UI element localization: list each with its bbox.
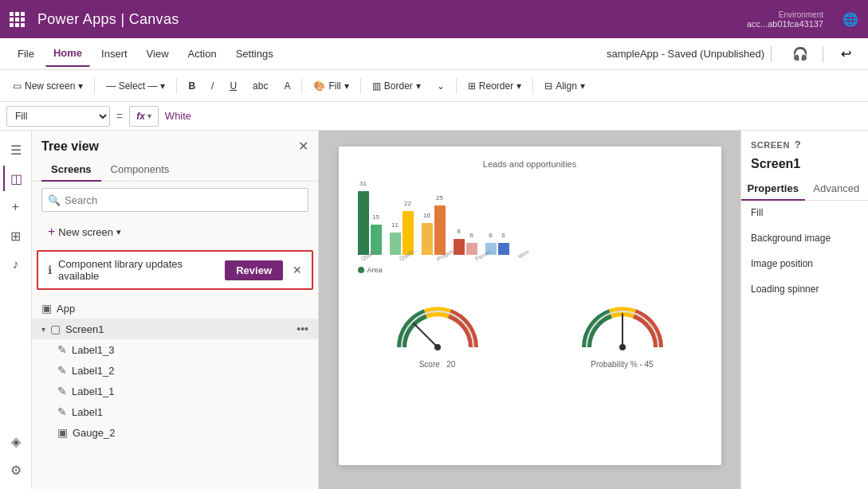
- property-selector[interactable]: Fill: [6, 106, 110, 127]
- italic-button[interactable]: /: [205, 75, 220, 97]
- gauge-score-svg: [390, 299, 485, 355]
- prop-loading-spinner[interactable]: Loading spinner: [751, 284, 858, 295]
- tree-item-label1-1[interactable]: ✎ Label1_1: [32, 381, 318, 401]
- menu-right-icons: 🎧 ↩: [787, 41, 858, 67]
- notification-close-button[interactable]: ✕: [293, 264, 302, 276]
- canvas-area[interactable]: Leads and opportunities 31 15 11: [319, 131, 740, 489]
- menu-settings[interactable]: Settings: [228, 41, 281, 67]
- tab-properties[interactable]: Properties: [741, 178, 805, 201]
- tools-icon[interactable]: ⚙: [3, 457, 29, 483]
- info-icon: ℹ: [48, 264, 52, 276]
- tree-search-area: 🔍: [32, 182, 318, 218]
- bar-chart-axis: Qualifi... Qualifi... Propos... Percev..…: [352, 256, 709, 265]
- waffle-icon[interactable]: [10, 12, 25, 27]
- canvas-screen[interactable]: Leads and opportunities 31 15 11: [339, 147, 721, 465]
- menu-home[interactable]: Home: [45, 41, 90, 67]
- reorder-button[interactable]: ⊞ Reorder ▾: [461, 75, 528, 97]
- chart-title: Leads and opportunities: [352, 159, 709, 169]
- canvas-content[interactable]: Leads and opportunities 31 15 11: [319, 131, 740, 489]
- style-select[interactable]: — Select — ▾: [100, 75, 171, 97]
- tree-panel-title: Tree view: [41, 139, 99, 154]
- hamburger-icon[interactable]: ☰: [3, 137, 29, 162]
- tab-advanced[interactable]: Advanced: [805, 178, 869, 201]
- screen-icon: ▭: [13, 80, 22, 92]
- fx-button[interactable]: fx ▾: [129, 106, 159, 127]
- font-color-button[interactable]: A: [277, 75, 297, 97]
- gauge-probability-svg: [575, 299, 670, 355]
- globe-icon[interactable]: 🌐: [842, 12, 858, 27]
- tab-components[interactable]: Components: [101, 158, 179, 182]
- fill-icon: 🎨: [313, 80, 325, 92]
- help-icon[interactable]: ?: [795, 139, 801, 151]
- chevron-down-icon: ▾: [41, 325, 45, 334]
- tree-panel: Tree view ✕ Screens Components 🔍 + New s…: [32, 131, 319, 489]
- media-icon[interactable]: ♪: [3, 252, 29, 277]
- environment-info: Environment acc...ab01fca43137: [747, 10, 823, 29]
- svg-line-0: [414, 323, 438, 347]
- app-title: sampleApp - Saved (Unpublished): [607, 48, 764, 60]
- search-input[interactable]: [41, 188, 308, 212]
- tree-item-gauge2[interactable]: ▣ Gauge_2: [32, 422, 318, 443]
- strikethrough-button[interactable]: abc: [246, 75, 274, 97]
- menu-file[interactable]: File: [10, 41, 42, 67]
- tree-panel-header: Tree view ✕: [32, 131, 318, 158]
- tree-item-label1[interactable]: ✎ Label1: [32, 401, 318, 422]
- gauge-probability: Probability % - 45: [575, 299, 670, 369]
- tab-screens[interactable]: Screens: [41, 158, 101, 182]
- label-icon: ✎: [57, 405, 67, 418]
- menu-bar: File Home Insert View Action Settings sa…: [0, 38, 868, 70]
- chevron-down-icon: ▾: [160, 80, 165, 92]
- prop-image-position[interactable]: Image position: [751, 258, 858, 269]
- top-bar: Power Apps | Canvas Environment acc...ab…: [0, 0, 868, 38]
- chart-legend: Area: [352, 266, 709, 274]
- right-panel-screen-name: Screen1: [741, 155, 868, 178]
- prop-background-image[interactable]: Background image: [751, 233, 858, 244]
- tree-item-screen1[interactable]: ▾ ▢ Screen1 •••: [32, 319, 318, 339]
- tree-item-label1-3[interactable]: ✎ Label1_3: [32, 339, 318, 360]
- prop-fill[interactable]: Fill: [751, 207, 858, 218]
- chevron-down-icon: ▾: [147, 111, 151, 120]
- underline-button[interactable]: U: [223, 75, 243, 97]
- tree-item-label1-2[interactable]: ✎ Label1_2: [32, 360, 318, 381]
- menu-action[interactable]: Action: [180, 41, 225, 67]
- help-icon[interactable]: 🎧: [787, 41, 813, 67]
- formula-value[interactable]: White: [165, 110, 862, 122]
- components-icon[interactable]: ◈: [3, 428, 29, 454]
- menu-view[interactable]: View: [139, 41, 177, 67]
- gauge-icon: ▣: [57, 426, 68, 439]
- tree-view-icon[interactable]: ◫: [3, 166, 29, 191]
- svg-point-3: [619, 344, 626, 350]
- label-icon: ✎: [57, 343, 67, 356]
- label-icon: ✎: [57, 385, 67, 397]
- chevron-down-icon: ⌄: [437, 80, 445, 92]
- review-button[interactable]: Review: [225, 260, 283, 280]
- right-panel-properties: Fill Background image Image position Loa…: [741, 201, 868, 301]
- tree-close-button[interactable]: ✕: [298, 139, 308, 154]
- bold-button[interactable]: B: [182, 75, 202, 97]
- bar-chart: 31 15 11 22 16 25: [352, 175, 709, 263]
- chevron-down-icon: ▾: [78, 80, 83, 92]
- chevron-down-icon: ▾: [516, 80, 521, 92]
- undo-icon[interactable]: ↩: [833, 41, 858, 67]
- fill-button[interactable]: 🎨 Fill ▾: [307, 75, 355, 97]
- align-button[interactable]: ⊟ Align ▾: [538, 75, 591, 97]
- formula-bar: Fill = fx ▾ White: [0, 102, 868, 131]
- gauge-score-label: Score 20: [419, 360, 456, 369]
- new-screen-button[interactable]: ▭ New screen ▾: [6, 75, 89, 97]
- search-icon: 🔍: [48, 194, 61, 206]
- toolbar: ▭ New screen ▾ — Select — ▾ B / U abc A …: [0, 70, 868, 102]
- add-icon[interactable]: +: [3, 194, 29, 220]
- tree-item-app[interactable]: ▣ App: [32, 298, 318, 319]
- more-options-icon[interactable]: •••: [297, 323, 308, 335]
- new-screen-button[interactable]: + New screen ▾: [41, 221, 128, 242]
- app-icon: ▣: [41, 302, 52, 315]
- gauge-score: Score 20: [390, 299, 485, 369]
- screen-section-label: SCREEN: [751, 140, 790, 150]
- chevron-down-icon: ▾: [416, 80, 421, 92]
- dropdown-button[interactable]: ⌄: [430, 75, 451, 97]
- tree-items: ▣ App ▾ ▢ Screen1 ••• ✎ Label1_3 ✎ Label…: [32, 295, 318, 489]
- border-button[interactable]: ▥ Border ▾: [366, 75, 427, 97]
- data-icon[interactable]: ⊞: [3, 223, 29, 248]
- menu-insert[interactable]: Insert: [93, 41, 136, 67]
- equals-sign: =: [116, 110, 123, 123]
